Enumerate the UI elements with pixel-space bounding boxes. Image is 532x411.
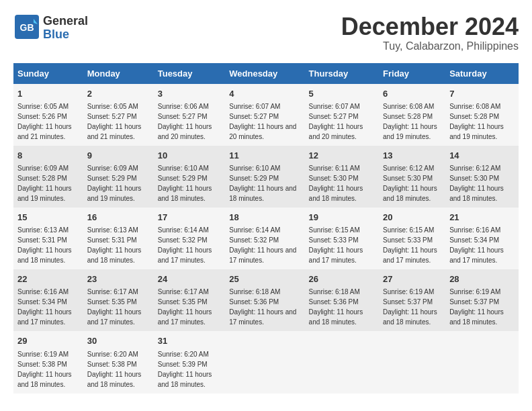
cell-info: Sunrise: 6:13 AMSunset: 5:31 PMDaylight:… bbox=[87, 226, 142, 264]
day-number: 30 bbox=[87, 335, 150, 347]
day-number: 21 bbox=[449, 212, 515, 224]
calendar-cell: 1Sunrise: 6:05 AMSunset: 5:26 PMDaylight… bbox=[13, 84, 83, 146]
day-number: 31 bbox=[158, 335, 222, 347]
day-number: 15 bbox=[17, 212, 79, 224]
cell-info: Sunrise: 6:07 AMSunset: 5:27 PMDaylight:… bbox=[229, 103, 296, 140]
calendar-cell: 15Sunrise: 6:13 AMSunset: 5:31 PMDayligh… bbox=[13, 208, 83, 269]
day-number: 29 bbox=[17, 335, 79, 347]
day-number: 25 bbox=[229, 273, 300, 285]
calendar-cell: 10Sunrise: 6:10 AMSunset: 5:29 PMDayligh… bbox=[154, 146, 226, 208]
day-number: 2 bbox=[87, 88, 150, 100]
day-number: 22 bbox=[17, 273, 79, 285]
cell-info: Sunrise: 6:17 AMSunset: 5:35 PMDaylight:… bbox=[87, 288, 142, 326]
calendar-cell: 28Sunrise: 6:19 AMSunset: 5:37 PMDayligh… bbox=[445, 269, 519, 331]
calendar-cell bbox=[225, 331, 304, 393]
day-number: 23 bbox=[87, 273, 150, 285]
day-number: 28 bbox=[449, 273, 515, 285]
day-number: 1 bbox=[17, 88, 79, 100]
cell-info: Sunrise: 6:08 AMSunset: 5:28 PMDaylight:… bbox=[383, 103, 437, 140]
day-number: 13 bbox=[383, 150, 441, 162]
calendar-table: SundayMondayTuesdayWednesdayThursdayFrid… bbox=[13, 63, 519, 394]
calendar-cell: 20Sunrise: 6:15 AMSunset: 5:33 PMDayligh… bbox=[379, 208, 445, 269]
column-header-tuesday: Tuesday bbox=[154, 63, 226, 84]
calendar-cell bbox=[305, 331, 379, 393]
cell-info: Sunrise: 6:17 AMSunset: 5:35 PMDaylight:… bbox=[158, 288, 212, 326]
cell-info: Sunrise: 6:18 AMSunset: 5:36 PMDaylight:… bbox=[229, 288, 296, 326]
calendar-cell: 30Sunrise: 6:20 AMSunset: 5:38 PMDayligh… bbox=[83, 331, 154, 393]
calendar-cell: 24Sunrise: 6:17 AMSunset: 5:35 PMDayligh… bbox=[154, 269, 226, 331]
cell-info: Sunrise: 6:14 AMSunset: 5:32 PMDaylight:… bbox=[158, 226, 212, 264]
cell-info: Sunrise: 6:14 AMSunset: 5:32 PMDaylight:… bbox=[229, 226, 296, 264]
calendar-cell: 31Sunrise: 6:20 AMSunset: 5:39 PMDayligh… bbox=[154, 331, 226, 393]
cell-info: Sunrise: 6:05 AMSunset: 5:26 PMDaylight:… bbox=[17, 103, 72, 140]
cell-info: Sunrise: 6:10 AMSunset: 5:29 PMDaylight:… bbox=[158, 165, 212, 202]
logo-general: General bbox=[43, 15, 88, 28]
cell-info: Sunrise: 6:16 AMSunset: 5:34 PMDaylight:… bbox=[17, 288, 72, 326]
day-number: 26 bbox=[309, 273, 375, 285]
cell-info: Sunrise: 6:10 AMSunset: 5:29 PMDaylight:… bbox=[229, 165, 296, 202]
day-number: 20 bbox=[383, 212, 441, 224]
cell-info: Sunrise: 6:15 AMSunset: 5:33 PMDaylight:… bbox=[309, 226, 363, 264]
cell-info: Sunrise: 6:19 AMSunset: 5:38 PMDaylight:… bbox=[17, 351, 72, 388]
day-number: 11 bbox=[229, 150, 300, 162]
calendar-cell: 9Sunrise: 6:09 AMSunset: 5:29 PMDaylight… bbox=[83, 146, 154, 208]
calendar-cell: 3Sunrise: 6:06 AMSunset: 5:27 PMDaylight… bbox=[154, 84, 226, 146]
cell-info: Sunrise: 6:20 AMSunset: 5:38 PMDaylight:… bbox=[87, 351, 142, 388]
day-number: 6 bbox=[383, 88, 441, 100]
calendar-cell: 14Sunrise: 6:12 AMSunset: 5:30 PMDayligh… bbox=[445, 146, 519, 208]
day-number: 24 bbox=[158, 273, 222, 285]
calendar-cell: 11Sunrise: 6:10 AMSunset: 5:29 PMDayligh… bbox=[225, 146, 304, 208]
calendar-cell: 12Sunrise: 6:11 AMSunset: 5:30 PMDayligh… bbox=[305, 146, 379, 208]
column-header-wednesday: Wednesday bbox=[225, 63, 304, 84]
calendar-week-row: 22Sunrise: 6:16 AMSunset: 5:34 PMDayligh… bbox=[13, 269, 519, 331]
calendar-week-row: 29Sunrise: 6:19 AMSunset: 5:38 PMDayligh… bbox=[13, 331, 519, 393]
calendar-week-row: 15Sunrise: 6:13 AMSunset: 5:31 PMDayligh… bbox=[13, 208, 519, 269]
cell-info: Sunrise: 6:08 AMSunset: 5:28 PMDaylight:… bbox=[449, 103, 504, 140]
calendar-cell: 13Sunrise: 6:12 AMSunset: 5:30 PMDayligh… bbox=[379, 146, 445, 208]
calendar-cell: 5Sunrise: 6:07 AMSunset: 5:27 PMDaylight… bbox=[305, 84, 379, 146]
cell-info: Sunrise: 6:12 AMSunset: 5:30 PMDaylight:… bbox=[383, 165, 437, 202]
cell-info: Sunrise: 6:19 AMSunset: 5:37 PMDaylight:… bbox=[449, 288, 504, 326]
cell-info: Sunrise: 6:06 AMSunset: 5:27 PMDaylight:… bbox=[158, 103, 212, 140]
calendar-week-row: 1Sunrise: 6:05 AMSunset: 5:26 PMDaylight… bbox=[13, 84, 519, 146]
calendar-cell: 16Sunrise: 6:13 AMSunset: 5:31 PMDayligh… bbox=[83, 208, 154, 269]
title-section: December 2024 Tuy, Calabarzon, Philippin… bbox=[341, 13, 519, 52]
column-header-friday: Friday bbox=[379, 63, 445, 84]
calendar-cell: 21Sunrise: 6:16 AMSunset: 5:34 PMDayligh… bbox=[445, 208, 519, 269]
page-header: GB General Blue December 2024 Tuy, Calab… bbox=[13, 13, 519, 52]
cell-info: Sunrise: 6:18 AMSunset: 5:36 PMDaylight:… bbox=[309, 288, 363, 326]
logo-blue: Blue bbox=[43, 28, 88, 42]
calendar-cell: 26Sunrise: 6:18 AMSunset: 5:36 PMDayligh… bbox=[305, 269, 379, 331]
calendar-cell: 19Sunrise: 6:15 AMSunset: 5:33 PMDayligh… bbox=[305, 208, 379, 269]
calendar-cell: 4Sunrise: 6:07 AMSunset: 5:27 PMDaylight… bbox=[225, 84, 304, 146]
day-number: 14 bbox=[449, 150, 515, 162]
calendar-cell: 6Sunrise: 6:08 AMSunset: 5:28 PMDaylight… bbox=[379, 84, 445, 146]
month-title: December 2024 bbox=[341, 13, 519, 40]
calendar-cell bbox=[379, 331, 445, 393]
calendar-cell bbox=[445, 331, 519, 393]
calendar-header-row: SundayMondayTuesdayWednesdayThursdayFrid… bbox=[13, 63, 519, 84]
calendar-cell: 18Sunrise: 6:14 AMSunset: 5:32 PMDayligh… bbox=[225, 208, 304, 269]
calendar-week-row: 8Sunrise: 6:09 AMSunset: 5:28 PMDaylight… bbox=[13, 146, 519, 208]
day-number: 8 bbox=[17, 150, 79, 162]
cell-info: Sunrise: 6:16 AMSunset: 5:34 PMDaylight:… bbox=[449, 226, 504, 264]
cell-info: Sunrise: 6:09 AMSunset: 5:29 PMDaylight:… bbox=[87, 165, 142, 202]
day-number: 4 bbox=[229, 88, 300, 100]
calendar-cell: 27Sunrise: 6:19 AMSunset: 5:37 PMDayligh… bbox=[379, 269, 445, 331]
day-number: 3 bbox=[158, 88, 222, 100]
calendar-cell: 17Sunrise: 6:14 AMSunset: 5:32 PMDayligh… bbox=[154, 208, 226, 269]
day-number: 9 bbox=[87, 150, 150, 162]
cell-info: Sunrise: 6:13 AMSunset: 5:31 PMDaylight:… bbox=[17, 226, 72, 264]
column-header-saturday: Saturday bbox=[445, 63, 519, 84]
calendar-cell: 25Sunrise: 6:18 AMSunset: 5:36 PMDayligh… bbox=[225, 269, 304, 331]
cell-info: Sunrise: 6:09 AMSunset: 5:28 PMDaylight:… bbox=[17, 165, 72, 202]
day-number: 10 bbox=[158, 150, 222, 162]
cell-info: Sunrise: 6:05 AMSunset: 5:27 PMDaylight:… bbox=[87, 103, 142, 140]
location-title: Tuy, Calabarzon, Philippines bbox=[341, 40, 519, 52]
column-header-sunday: Sunday bbox=[13, 63, 83, 84]
day-number: 19 bbox=[309, 212, 375, 224]
logo: GB General Blue bbox=[13, 13, 88, 43]
day-number: 27 bbox=[383, 273, 441, 285]
calendar-cell: 7Sunrise: 6:08 AMSunset: 5:28 PMDaylight… bbox=[445, 84, 519, 146]
day-number: 16 bbox=[87, 212, 150, 224]
